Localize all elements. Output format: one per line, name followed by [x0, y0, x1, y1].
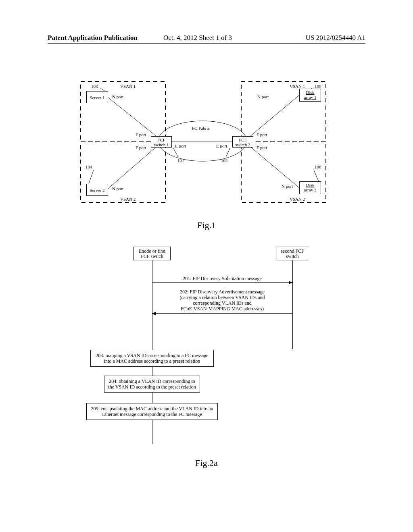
nodeB-line1: second FCF: [281, 248, 304, 254]
disk2-line2: array 2: [300, 187, 321, 192]
enode-or-first-fcf-box: Enode or first FCF switch: [133, 247, 171, 260]
fcf-switch-2-box: FCF switch 2: [232, 136, 253, 148]
figure-2a-caption: Fig.2a: [0, 458, 413, 468]
arrow-202: [152, 313, 292, 314]
step-205-box: 205: encapsulating the MAC address and t…: [86, 403, 218, 420]
nodeA-line1: Enode or: [139, 248, 156, 254]
figure-1-caption: Fig.1: [0, 220, 413, 231]
header-mid: Oct. 4, 2012 Sheet 1 of 3: [163, 34, 232, 42]
n-port-2: N port: [112, 186, 123, 191]
msg202-l3: corresponding VLAN IDs and: [193, 300, 251, 306]
fc-fabric-label: FC Fabric: [192, 126, 210, 131]
ref-102: 102: [221, 158, 228, 163]
disk-array-1-box: Disk array 1: [299, 89, 321, 102]
vsan2-label-br: VSAN 2: [290, 197, 305, 202]
f-port-1: F port: [136, 132, 146, 137]
arrow-right-icon: [289, 281, 293, 284]
e-port-1: E port: [175, 143, 186, 148]
ref-104: 104: [86, 164, 92, 169]
n-port-4: N port: [282, 184, 293, 189]
svg-line-5: [108, 98, 157, 137]
disk1-line1: Disk: [300, 90, 321, 95]
n-port-1: N port: [112, 94, 123, 99]
e-port-2: E port: [216, 143, 227, 148]
server-2-box: Server 2: [86, 184, 108, 196]
fcf1-line2: switch 1: [151, 142, 171, 147]
ref-106: 106: [315, 164, 321, 169]
f-port-4: F port: [257, 145, 267, 150]
svg-line-7: [249, 95, 299, 137]
figure-2a: Enode or first FCF switch second FCF swi…: [111, 247, 313, 448]
svg-line-15: [226, 148, 230, 157]
ref-101: 101: [177, 158, 184, 163]
svg-line-8: [249, 146, 299, 188]
figure-1: VSAN 1 VSAN 1 VSAN 2 VSAN 2 103 104 105 …: [80, 81, 327, 210]
arrow-201: [152, 282, 292, 283]
vsan2-label-bl: VSAN 2: [120, 197, 136, 202]
step-204-box: 204: obtaining a VLAN ID corresponding t…: [104, 376, 200, 393]
ref-105: 105: [315, 84, 321, 89]
svg-line-13: [314, 170, 319, 181]
fcf2-line1: FCF: [233, 137, 253, 142]
f-port-3: F port: [257, 132, 267, 137]
svg-line-6: [108, 146, 157, 189]
ref-103: 103: [91, 84, 98, 89]
nodeB-line2: switch: [286, 254, 298, 259]
step-203-box: 203: mapping a VSAN ID corresponding to …: [90, 350, 214, 367]
header-rule: [48, 43, 365, 44]
svg-rect-0: [81, 81, 165, 142]
msg202-l1: 202: FIP Discovery Advertisement message: [180, 289, 265, 295]
server-1-box: Server 1: [86, 91, 108, 103]
svg-line-11: [89, 170, 94, 184]
msg202-l4: FCoE-VSAN-MAPPING MAC addresses): [181, 306, 264, 312]
fcf2-line2: switch 2: [233, 142, 253, 147]
arrow-left-icon: [152, 312, 156, 315]
n-port-3: N port: [257, 94, 269, 99]
second-fcf-box: second FCF switch: [277, 247, 308, 260]
vsan1-label-tl: VSAN 1: [120, 84, 136, 89]
header-left: Patent Application Publication: [48, 34, 138, 42]
disk1-line2: array 1: [300, 95, 321, 100]
lifeline-b: [292, 260, 293, 349]
vsan1-label-tr: VSAN 1: [290, 84, 305, 89]
msg-202-label: 202: FIP Discovery Advertisement message…: [152, 289, 292, 312]
fcf-switch-1-box: FCF switch 1: [151, 136, 172, 148]
msg-201-label: 201: FIP Discovery Solicitation message: [152, 276, 292, 282]
header-right: US 2012/0254440 A1: [306, 34, 365, 42]
msg202-l2: (carrying a relation between VSAN IDs an…: [179, 295, 265, 300]
svg-line-14: [173, 148, 178, 157]
disk-array-2-box: Disk array 2: [299, 181, 321, 194]
f-port-2: F port: [136, 145, 146, 150]
disk2-line1: Disk: [300, 183, 321, 187]
fcf1-line1: FCF: [151, 137, 171, 142]
